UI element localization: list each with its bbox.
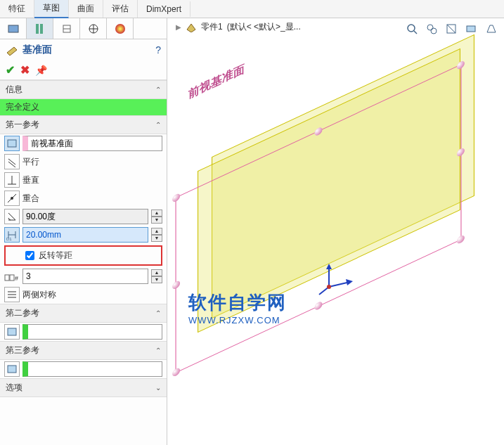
chevron-up-icon: ⌃ — [155, 121, 161, 129]
perpendicular-label: 垂直 — [22, 174, 39, 186]
plane-handle[interactable] — [172, 193, 180, 203]
breadcrumb-arrow-icon[interactable]: ▶ — [176, 23, 181, 31]
svg-rect-9 — [8, 140, 16, 147]
first-reference-input[interactable] — [22, 136, 162, 151]
pm-tab-feature[interactable] — [0, 18, 27, 39]
options-header[interactable]: 选项 ⌄ — [0, 378, 167, 397]
svg-rect-20 — [5, 275, 9, 280]
angle-spinner[interactable]: ▲▼ — [151, 209, 162, 224]
second-reference-input[interactable] — [22, 324, 162, 340]
perspective-icon[interactable] — [483, 21, 498, 37]
svg-point-8 — [115, 24, 125, 34]
svg-rect-0 — [8, 25, 18, 32]
svg-line-11 — [8, 162, 15, 167]
svg-line-29 — [414, 31, 417, 34]
plane-handle[interactable] — [172, 367, 180, 378]
distance-spinner[interactable]: ▲▼ — [151, 228, 162, 242]
coincident-icon[interactable] — [4, 191, 20, 206]
flip-offset-label: 反转等距 — [39, 250, 72, 262]
distance-input[interactable] — [22, 227, 148, 243]
info-header[interactable]: 信息 ⌃ — [0, 80, 167, 99]
svg-marker-36 — [326, 264, 332, 269]
watermark-url: WWW.RJZXW.COM — [188, 315, 287, 325]
info-label: 信息 — [6, 84, 22, 96]
breadcrumb: ▶ 零件1 (默认< <默认>_显... — [176, 21, 301, 33]
accept-button[interactable]: ✔ — [6, 63, 15, 77]
parallel-icon[interactable] — [4, 154, 20, 169]
instances-icon: # — [4, 269, 20, 284]
svg-line-10 — [8, 159, 15, 165]
pm-tab-config[interactable] — [53, 18, 80, 39]
breadcrumb-config: (默认< <默认>_显... — [227, 21, 301, 33]
tab-dimxpert[interactable]: DimXpert — [138, 1, 190, 17]
section-view-icon[interactable] — [444, 21, 459, 37]
perpendicular-icon[interactable] — [4, 172, 20, 188]
symmetric-icon[interactable] — [4, 287, 20, 302]
plane-handle[interactable] — [315, 300, 323, 311]
svg-rect-27 — [8, 366, 16, 373]
chevron-up-icon: ⌃ — [155, 347, 161, 354]
distance-icon[interactable]: D1 — [4, 227, 20, 243]
pm-tab-dim[interactable] — [80, 18, 107, 39]
svg-text:#: # — [15, 275, 18, 282]
graphics-viewport[interactable]: ▶ 零件1 (默认< <默认>_显... — [167, 18, 504, 445]
svg-point-40 — [327, 285, 331, 289]
third-reference-input[interactable] — [22, 361, 162, 377]
tab-evaluate[interactable]: 评估 — [103, 0, 138, 18]
plane-handle[interactable] — [172, 280, 180, 290]
angle-icon[interactable] — [4, 209, 20, 224]
parallel-label: 平行 — [22, 156, 39, 168]
flip-offset-row: 反转等距 — [4, 245, 162, 266]
watermark: 软件自学网 WWW.RJZXW.COM — [188, 290, 287, 325]
part-icon — [186, 22, 197, 32]
help-icon[interactable]: ? — [155, 44, 161, 56]
svg-rect-1 — [36, 24, 39, 34]
second-reference-header[interactable]: 第二参考 ⌃ — [0, 304, 167, 323]
third-ref-selector-icon[interactable] — [4, 361, 20, 377]
zoom-fit-icon[interactable] — [404, 21, 420, 37]
cancel-button[interactable]: ✖ — [20, 63, 30, 77]
pm-tab-row — [0, 18, 167, 39]
third-reference-header[interactable]: 第三参考 ⌃ — [0, 341, 167, 360]
ribbon-tabs: 特征 草图 曲面 评估 DimXpert — [0, 0, 504, 18]
property-manager: 基准面 ? ✔ ✖ 📌 信息 ⌃ 完全定义 第一参考 ⌃ 平行 垂直 — [0, 18, 167, 445]
svg-point-15 — [11, 197, 13, 200]
pin-button[interactable]: 📌 — [35, 65, 47, 76]
svg-rect-2 — [40, 24, 43, 34]
count-spinner[interactable]: ▲▼ — [151, 269, 162, 283]
pm-tab-property[interactable] — [27, 18, 53, 39]
zoom-area-icon[interactable] — [424, 21, 439, 37]
first-reference-header[interactable]: 第一参考 ⌃ — [0, 115, 167, 134]
view-toolbar — [404, 21, 498, 37]
first-ref-label: 第一参考 — [6, 119, 39, 131]
tab-surfaces[interactable]: 曲面 — [69, 0, 103, 18]
flip-offset-checkbox[interactable] — [25, 251, 34, 260]
svg-rect-34 — [467, 26, 475, 32]
second-ref-label: 第二参考 — [6, 307, 39, 319]
svg-text:D1: D1 — [6, 237, 12, 240]
options-label: 选项 — [6, 382, 22, 394]
pm-tab-appearance[interactable] — [107, 18, 134, 39]
tab-sketch[interactable]: 草图 — [34, 0, 69, 18]
plane-handle[interactable] — [457, 234, 465, 245]
chevron-up-icon: ⌃ — [155, 309, 161, 317]
plane-icon — [6, 44, 18, 56]
third-ref-label: 第三参考 — [6, 344, 39, 356]
instance-count-input[interactable] — [22, 269, 148, 284]
plane-preview — [181, 67, 491, 419]
symmetric-label: 两侧对称 — [22, 289, 56, 301]
breadcrumb-part[interactable]: 零件1 — [201, 21, 223, 33]
origin-triad[interactable] — [315, 262, 357, 297]
face-selector-icon[interactable] — [4, 136, 20, 151]
confirm-row: ✔ ✖ 📌 — [0, 60, 167, 80]
svg-line-33 — [447, 25, 455, 33]
tab-features[interactable]: 特征 — [0, 0, 34, 18]
chevron-down-icon: ⌄ — [155, 384, 161, 392]
display-style-icon[interactable] — [463, 21, 479, 37]
angle-input[interactable] — [22, 209, 148, 224]
chevron-up-icon: ⌃ — [155, 86, 161, 93]
second-ref-selector-icon[interactable] — [4, 324, 20, 340]
feature-title-row: 基准面 ? — [0, 39, 167, 60]
watermark-title: 软件自学网 — [188, 290, 287, 315]
svg-point-31 — [431, 28, 437, 34]
